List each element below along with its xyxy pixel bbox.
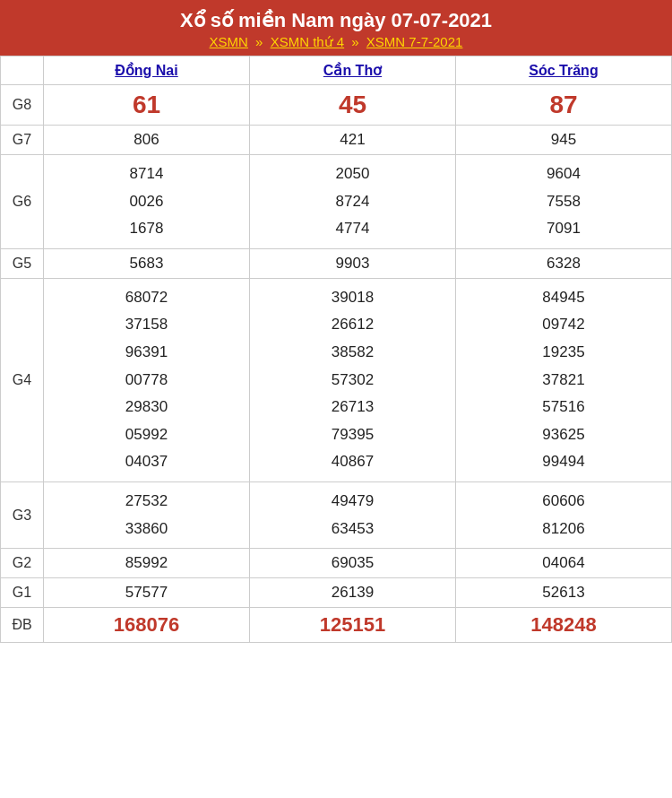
g7-c3: 945 [456,126,672,155]
table-row-g4: G4 68072371589639100778298300599204037 3… [1,278,672,481]
g5-c3: 6328 [456,248,672,278]
g7-c2: 421 [250,126,456,155]
page-title: Xổ số miền Nam ngày 07-07-2021 [0,9,672,32]
g4-c3: 84945097421923537821575169362599494 [456,278,672,481]
table-row-db: ĐB 168076 125151 148248 [1,608,672,643]
g2-c3: 04064 [456,549,672,578]
table-row-g5: G5 5683 9903 6328 [1,248,672,278]
db-c2: 125151 [250,608,456,643]
g3-c1: 2753233860 [44,481,250,548]
g6-label: G6 [1,155,44,249]
g2-c1: 85992 [44,549,250,578]
g1-label: G1 [1,578,44,608]
db-c1: 168076 [44,608,250,643]
nav-xsmn-thu4[interactable]: XSMN thứ 4 [271,34,345,49]
g1-c2: 26139 [250,578,456,608]
col-header-label [1,56,44,85]
nav-sep1: » [255,34,263,49]
table-row-g3: G3 2753233860 4947963453 6060681206 [1,481,672,548]
db-c3: 148248 [456,608,672,643]
col-header-dongnai: Đồng Nai [44,56,250,85]
g8-c2: 45 [250,85,456,126]
table-row-g6: G6 871400261678 205087244774 96047558709… [1,155,672,249]
col-header-cantho: Cần Thơ [250,56,456,85]
breadcrumb: XSMN » XSMN thứ 4 » XSMN 7-7-2021 [0,34,672,50]
g6-c1: 871400261678 [44,155,250,249]
g3-label: G3 [1,481,44,548]
lottery-table: Đồng Nai Cần Thơ Sóc Trăng G8 61 45 87 G… [0,56,672,643]
g8-label: G8 [1,85,44,126]
g5-label: G5 [1,248,44,278]
g4-label: G4 [1,278,44,481]
g1-c3: 52613 [456,578,672,608]
g2-c2: 69035 [250,549,456,578]
g4-c1: 68072371589639100778298300599204037 [44,278,250,481]
db-label: ĐB [1,608,44,643]
g5-c2: 9903 [250,248,456,278]
nav-sep2: » [351,34,358,49]
main-container: Xổ số miền Nam ngày 07-07-2021 XSMN » XS… [0,0,672,643]
g4-c2: 39018266123858257302267137939540867 [250,278,456,481]
table-row-g8: G8 61 45 87 [1,85,672,126]
col-header-soctrang: Sóc Trăng [456,56,672,85]
g7-c1: 806 [44,126,250,155]
g2-label: G2 [1,549,44,578]
g3-c2: 4947963453 [250,481,456,548]
g7-label: G7 [1,126,44,155]
g6-c2: 205087244774 [250,155,456,249]
g6-c3: 960475587091 [456,155,672,249]
table-row-g1: G1 57577 26139 52613 [1,578,672,608]
g1-c1: 57577 [44,578,250,608]
g5-c1: 5683 [44,248,250,278]
g3-c3: 6060681206 [456,481,672,548]
table-row-g7: G7 806 421 945 [1,126,672,155]
g8-c1: 61 [44,85,250,126]
table-row-g2: G2 85992 69035 04064 [1,549,672,578]
nav-xsmn-date[interactable]: XSMN 7-7-2021 [366,34,463,49]
header: Xổ số miền Nam ngày 07-07-2021 XSMN » XS… [0,0,672,56]
nav-xsmn[interactable]: XSMN [210,34,248,49]
g8-c3: 87 [456,85,672,126]
